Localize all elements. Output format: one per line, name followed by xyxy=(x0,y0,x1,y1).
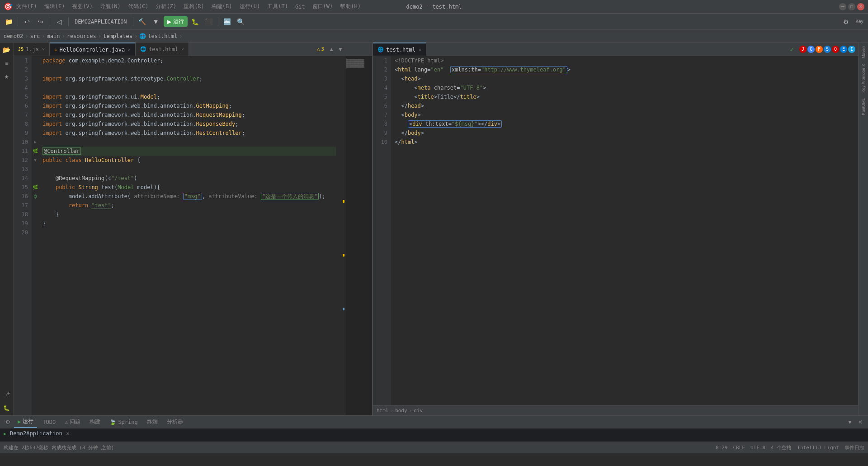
position-label[interactable]: 8:29 xyxy=(716,445,728,451)
run-icon: ▶ xyxy=(18,418,21,425)
debug-sidebar-button[interactable]: 🐛 xyxy=(1,403,12,414)
tab-testhtml-left-close[interactable]: ✕ xyxy=(181,47,184,52)
bottom-tab-build[interactable]: 构建 xyxy=(86,416,104,428)
fold-up-button[interactable]: ▲ xyxy=(327,46,336,52)
run-config-close[interactable]: ✕ xyxy=(66,431,70,436)
menu-analyze[interactable]: 分析(Z) xyxy=(156,3,176,10)
fold-down-button[interactable]: ▼ xyxy=(336,46,345,52)
tab-testhtml-right[interactable]: 🌐 test.html ✕ xyxy=(373,43,426,56)
firefox-icon[interactable]: F xyxy=(816,46,823,53)
close-button[interactable]: ✕ xyxy=(857,3,864,10)
tab-testhtml-right-close[interactable]: ✕ xyxy=(419,47,421,52)
fold-buttons: ▶ 🌿 ▼ 🌿 @ xyxy=(32,56,39,415)
breadcrumb-item-testhtml-label[interactable]: test.html xyxy=(148,33,177,39)
run-button[interactable]: ▶ 运行 xyxy=(164,16,188,27)
tab-java[interactable]: ☕ HelloController.java ✕ xyxy=(50,43,136,56)
jetbrains-browser-icon[interactable]: J xyxy=(799,46,807,53)
translate-button[interactable]: 🔤 xyxy=(222,16,233,28)
menu-view[interactable]: 视图(V) xyxy=(72,3,93,10)
menu-git[interactable]: Git xyxy=(295,4,305,10)
right-sidebar: Maven Key Promoter X PantUML xyxy=(858,43,868,415)
undo-button[interactable]: ↩ xyxy=(21,16,33,28)
pantuml-button[interactable]: PantUML xyxy=(860,96,867,117)
path-div[interactable]: div xyxy=(414,408,423,414)
git-button[interactable]: ⎇ xyxy=(1,389,12,400)
path-html[interactable]: html xyxy=(377,408,389,414)
left-code-area[interactable]: 1 2 3 4 5 6 7 8 9 10 11 12 13 14 15 16 1… xyxy=(14,56,372,415)
path-body[interactable]: body xyxy=(395,408,407,414)
right-editor: 🌐 test.html ✕ ✓ J C F S O E I 1 2 xyxy=(373,43,858,415)
breadcrumb-item-demo02[interactable]: demo02 xyxy=(4,33,23,39)
maven-button[interactable]: Maven xyxy=(860,44,867,60)
bottom-minimize-button[interactable]: ▼ xyxy=(845,419,854,425)
breadcrumb-item-main[interactable]: main xyxy=(47,33,60,39)
edge-icon[interactable]: E xyxy=(840,46,847,53)
line-sep-label[interactable]: CRLF xyxy=(733,445,745,451)
structure-button[interactable]: ≡ xyxy=(1,58,12,69)
menu-tools[interactable]: 工具(T) xyxy=(267,3,288,10)
menu-file[interactable]: 文件(F) xyxy=(16,3,37,10)
indent-label[interactable]: 4 个空格 xyxy=(771,444,792,451)
bottom-tab-run[interactable]: ▶ 运行 xyxy=(14,416,37,428)
tab-java-close[interactable]: ✕ xyxy=(128,47,131,52)
build-button[interactable]: 🔨 xyxy=(137,16,148,28)
breadcrumb-item-src[interactable]: src xyxy=(30,33,40,39)
left-scroll-markers xyxy=(340,56,345,415)
maximize-button[interactable]: □ xyxy=(848,3,855,10)
project-tree-button[interactable]: 📂 xyxy=(1,44,12,55)
breadcrumb-item-resources[interactable]: resources xyxy=(67,33,96,39)
menu-build[interactable]: 构建(B) xyxy=(212,3,232,10)
bottom-tab-analyzer[interactable]: 分析器 xyxy=(163,416,187,428)
code-line-8: import org.springframework.web.bind.anno… xyxy=(42,119,336,128)
bottom-tab-todo[interactable]: TODO xyxy=(39,416,59,428)
bottom-tab-terminal[interactable]: 终端 xyxy=(143,416,161,428)
bottom-close-button[interactable]: ✕ xyxy=(856,419,864,425)
editor-path: html › body › div xyxy=(373,405,858,415)
chrome-icon[interactable]: C xyxy=(807,46,815,53)
search-button[interactable]: 🔍 xyxy=(235,16,247,28)
file-manager-button[interactable]: 📁 xyxy=(3,16,14,28)
theme-label[interactable]: IntelliJ Light xyxy=(797,445,839,451)
debug-button[interactable]: 🐛 xyxy=(189,16,201,28)
bookmarks-button[interactable]: ★ xyxy=(1,71,12,82)
right-code-area[interactable]: 1 2 3 4 5 6 7 8 9 10 <!DOCTYPE html> <ht… xyxy=(373,56,858,405)
menu-code[interactable]: 代码(C) xyxy=(128,3,149,10)
minimize-button[interactable]: ─ xyxy=(839,3,846,10)
menu-run[interactable]: 运行(U) xyxy=(240,3,260,10)
breadcrumb-item-testhtml[interactable]: 🌐 xyxy=(139,33,146,39)
key-promoter-button[interactable]: Key xyxy=(854,16,865,28)
html-icon-right: 🌐 xyxy=(377,47,384,52)
navigate-back-button[interactable]: ◁ xyxy=(53,16,65,28)
ie-icon[interactable]: I xyxy=(848,46,855,53)
path-sep-2: › xyxy=(409,408,412,414)
run-config-button[interactable]: ▼ xyxy=(150,16,162,28)
toolbar: 📁 ↩ ↪ ◁ DEMO2APPLICATION 🔨 ▼ ▶ 运行 🐛 ⬛ 🔤 … xyxy=(0,14,868,30)
code-line-20 xyxy=(42,228,336,237)
tab-js[interactable]: JS 1.js ✕ xyxy=(14,43,50,56)
menu-help[interactable]: 帮助(H) xyxy=(340,3,361,10)
safari-icon[interactable]: S xyxy=(824,46,831,53)
encoding-label[interactable]: UTF-8 xyxy=(750,445,765,451)
tab-js-close[interactable]: ✕ xyxy=(42,47,45,52)
redo-button[interactable]: ↪ xyxy=(35,16,47,28)
menu-refactor[interactable]: 重构(R) xyxy=(184,3,204,10)
bottom-tab-spring[interactable]: 🍃 Spring xyxy=(106,416,141,428)
breadcrumb-item-templates[interactable]: templates xyxy=(103,33,132,39)
settings-button[interactable]: ⚙ xyxy=(840,16,852,28)
key-promoter-x-button[interactable]: Key Promoter X xyxy=(860,62,867,95)
menu-nav[interactable]: 导航(N) xyxy=(100,3,121,10)
menu-edit[interactable]: 编辑(E) xyxy=(44,3,65,10)
opera-icon[interactable]: O xyxy=(832,46,839,53)
left-code-content[interactable]: package com.example.demo2.Controller; im… xyxy=(39,56,340,415)
menu-window[interactable]: 窗口(W) xyxy=(312,3,333,10)
stop-button[interactable]: ⬛ xyxy=(203,16,215,28)
tab-testhtml-left[interactable]: 🌐 test.html ✕ xyxy=(136,43,189,56)
right-tab-bar: 🌐 test.html ✕ ✓ J C F S O E I xyxy=(373,43,858,56)
status-bar-right: 8:29 CRLF UTF-8 4 个空格 IntelliJ Light 事件日… xyxy=(716,444,864,451)
code-line-9: import org.springframework.web.bind.anno… xyxy=(42,128,336,138)
code-line-17: return "test"; xyxy=(42,201,336,210)
event-log-label[interactable]: 事件日志 xyxy=(844,444,864,451)
bottom-tab-problems[interactable]: ⚠ 问题 xyxy=(61,416,84,428)
bottom-settings-button[interactable]: ⚙ xyxy=(4,419,12,425)
right-code-content[interactable]: <!DOCTYPE html> <html lang="en" xmlns:th… xyxy=(391,56,853,405)
